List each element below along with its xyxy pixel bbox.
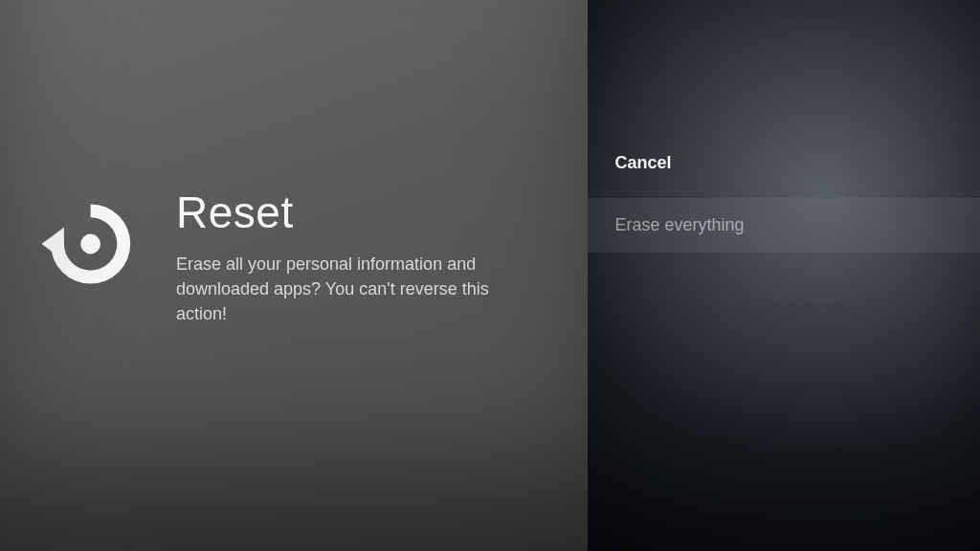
svg-point-0 (80, 234, 100, 254)
info-panel: Reset Erase all your personal informatio… (0, 0, 588, 551)
page-title: Reset (176, 187, 521, 238)
cancel-button[interactable]: Cancel (588, 136, 980, 190)
reset-icon (38, 194, 138, 294)
erase-everything-button[interactable]: Erase everything (588, 198, 980, 253)
page-description: Erase all your personal information and … (176, 252, 521, 326)
options-panel: Cancel Erase everything (588, 0, 980, 551)
